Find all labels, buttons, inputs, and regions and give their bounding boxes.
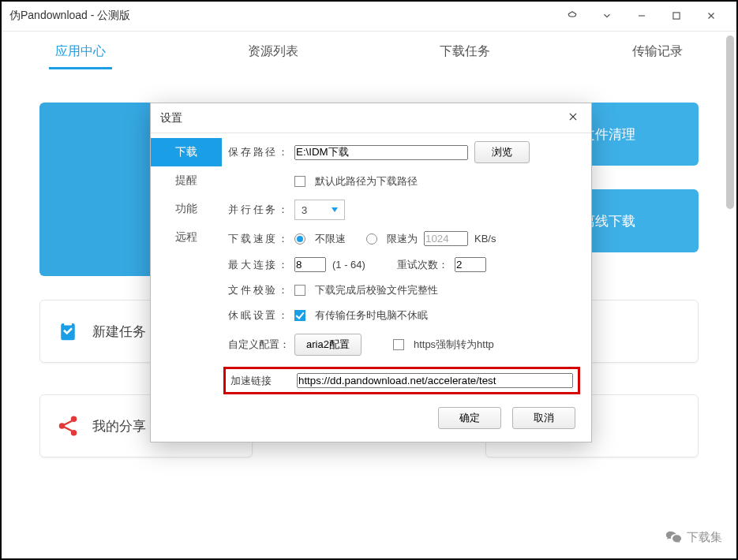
dialog-title: 设置 — [160, 111, 182, 125]
side-tab-remote[interactable]: 远程 — [151, 223, 222, 252]
dialog-sidebar: 下载 提醒 功能 远程 — [151, 133, 222, 398]
verify-checkbox[interactable] — [294, 285, 305, 296]
sleep-checkbox[interactable] — [294, 310, 305, 321]
watermark: 下载集 — [665, 528, 722, 546]
ok-button[interactable]: 确定 — [438, 407, 501, 429]
chevron-down-icon — [332, 207, 338, 212]
retry-label: 重试次数： — [397, 258, 448, 272]
unlimited-label: 不限速 — [315, 232, 346, 246]
accel-label: 加速链接 — [230, 374, 290, 388]
speed-label: 下载速度 — [228, 232, 288, 246]
parallel-select[interactable]: 3 — [294, 200, 345, 220]
settings-dialog: 设置 下载 提醒 功能 远程 保存路径 浏览 默认此路径为下载路径 — [150, 103, 592, 442]
sleep-label: 休眠设置 — [228, 308, 288, 323]
accel-highlight: 加速链接 — [223, 367, 580, 394]
watermark-text: 下载集 — [687, 530, 722, 545]
browse-button[interactable]: 浏览 — [474, 141, 530, 163]
dialog-mask: 设置 下载 提醒 功能 远程 保存路径 浏览 默认此路径为下载路径 — [0, 0, 738, 560]
sleep-desc: 有传输任务时电脑不休眠 — [315, 308, 428, 323]
wechat-icon — [665, 528, 682, 546]
side-tab-download[interactable]: 下载 — [151, 138, 222, 166]
parallel-value: 3 — [302, 204, 307, 216]
verify-desc: 下载完成后校验文件完整性 — [315, 283, 438, 297]
dialog-footer: 确定 取消 — [151, 398, 591, 442]
save-path-input[interactable] — [294, 145, 468, 160]
accel-url-input[interactable] — [297, 373, 573, 388]
side-tab-function[interactable]: 功能 — [151, 195, 222, 223]
vertical-scrollbar[interactable] — [726, 35, 734, 552]
cancel-button[interactable]: 取消 — [512, 407, 575, 429]
https-http-label: https强制转为http — [414, 338, 494, 352]
limited-radio[interactable] — [366, 233, 377, 245]
max-conn-input[interactable] — [294, 257, 326, 272]
unlimited-radio[interactable] — [294, 233, 305, 245]
dialog-close-button[interactable] — [564, 108, 582, 128]
kbs-label: KB/s — [474, 233, 496, 245]
default-path-checkbox[interactable] — [294, 176, 305, 187]
aria2-config-button[interactable]: aria2配置 — [294, 334, 362, 356]
retry-input[interactable] — [455, 257, 486, 272]
side-tab-remind[interactable]: 提醒 — [151, 166, 222, 195]
custom-label: 自定义配置 — [228, 338, 288, 352]
dialog-titlebar: 设置 — [151, 103, 591, 133]
save-path-label: 保存路径 — [228, 145, 288, 159]
default-path-label: 默认此路径为下载路径 — [315, 174, 418, 189]
verify-label: 文件校验 — [228, 283, 288, 297]
max-conn-label: 最大连接 — [228, 258, 288, 272]
https-http-checkbox[interactable] — [393, 339, 404, 350]
conn-range-label: (1 - 64) — [332, 259, 365, 271]
scrollbar-thumb[interactable] — [726, 35, 734, 209]
limited-label: 限速为 — [387, 232, 418, 246]
dialog-form: 保存路径 浏览 默认此路径为下载路径 并行任务 3 下载速度 — [222, 133, 591, 398]
limit-speed-input[interactable] — [424, 231, 468, 246]
parallel-label: 并行任务 — [228, 203, 288, 217]
